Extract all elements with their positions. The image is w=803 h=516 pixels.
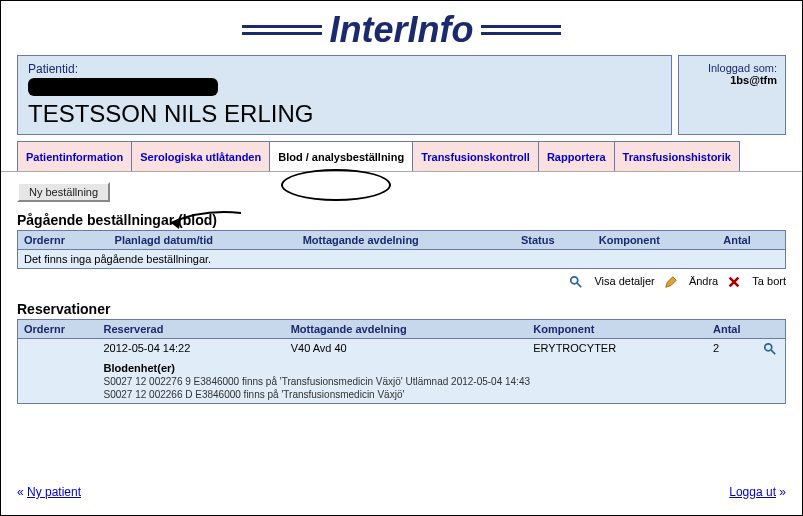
- new-order-button[interactable]: Ny beställning: [17, 182, 110, 202]
- svg-point-0: [571, 277, 578, 284]
- cell-dept: V40 Avd 40: [285, 339, 528, 360]
- action-details[interactable]: Visa detaljer: [594, 275, 654, 287]
- units-header: Blodenhet(er): [104, 362, 780, 374]
- cell-reserved: 2012-05-04 14:22: [98, 339, 285, 360]
- unit-line-1: S0027 12 002266 D E3846000 finns på 'Tra…: [104, 387, 780, 400]
- magnifier-icon: [569, 275, 583, 289]
- reservation-row: 2012-05-04 14:22 V40 Avd 40 ERYTROCYTER …: [18, 339, 786, 360]
- magnifier-icon: [763, 342, 777, 356]
- login-label: Inloggad som:: [687, 62, 777, 74]
- new-patient-link[interactable]: Ny patient: [27, 485, 81, 499]
- pencil-icon: [664, 275, 678, 289]
- col-reserved: Reserverad: [98, 320, 285, 339]
- logo-bar-left: [242, 23, 322, 37]
- action-edit[interactable]: Ändra: [689, 275, 718, 287]
- login-panel: Inloggad som: 1bs@tfm: [678, 55, 786, 135]
- svg-line-6: [771, 350, 775, 354]
- reservations-heading: Reservationer: [1, 295, 802, 319]
- cell-qty: 2: [707, 339, 757, 360]
- col-component: Komponent: [593, 231, 718, 250]
- logo-bar-right: [481, 23, 561, 37]
- cell-component: ERYTROCYTER: [527, 339, 707, 360]
- col-qty: Antal: [717, 231, 785, 250]
- tab-report[interactable]: Rapportera: [539, 141, 615, 171]
- col-dept: Mottagande avdelning: [297, 231, 515, 250]
- cell-action[interactable]: [757, 339, 786, 360]
- patient-id-label: Patientid:: [28, 62, 661, 76]
- logout-link[interactable]: Logga ut: [729, 485, 776, 499]
- patient-id-redacted: [28, 78, 218, 96]
- svg-marker-2: [666, 277, 677, 288]
- svg-line-1: [577, 283, 581, 287]
- tab-patientinfo[interactable]: Patientinformation: [17, 141, 132, 171]
- svg-point-5: [765, 344, 772, 351]
- orders-empty-text: Det finns inga pågående beställningar.: [18, 250, 786, 269]
- col-planned: Planlagd datum/tid: [109, 231, 297, 250]
- col-qty: Antal: [707, 320, 757, 339]
- reservations-table: Ordernr Reserverad Mottagande avdelning …: [17, 319, 786, 404]
- col-ordernr: Ordernr: [18, 320, 98, 339]
- tab-transfusion-history[interactable]: Transfusionshistorik: [615, 141, 740, 171]
- patient-panel: Patientid: TESTSSON NILS ERLING: [17, 55, 672, 135]
- col-ordernr: Ordernr: [18, 231, 109, 250]
- col-component: Komponent: [527, 320, 707, 339]
- tab-bar: Patientinformation Serologiska utlåtande…: [1, 141, 802, 172]
- delete-icon: [727, 275, 741, 289]
- app-logo: InterInfo: [1, 1, 802, 55]
- tab-blood-order[interactable]: Blod / analysbeställning: [270, 141, 413, 171]
- orders-table: Ordernr Planlagd datum/tid Mottagande av…: [17, 230, 786, 269]
- col-dept: Mottagande avdelning: [285, 320, 528, 339]
- patient-name: TESTSSON NILS ERLING: [28, 100, 661, 128]
- tab-serology[interactable]: Serologiska utlåtanden: [132, 141, 270, 171]
- col-status: Status: [515, 231, 593, 250]
- order-actions: Visa detaljer Ändra Ta bort: [1, 273, 802, 295]
- tab-transfusion-control[interactable]: Transfusionskontroll: [413, 141, 539, 171]
- orders-empty-row: Det finns inga pågående beställningar.: [18, 250, 786, 269]
- login-user: 1bs@tfm: [687, 74, 777, 86]
- app-title: InterInfo: [330, 9, 474, 51]
- cell-ordernr: [18, 339, 98, 360]
- footer: « Ny patient Logga ut »: [1, 479, 802, 505]
- orders-heading: Pågående beställningar (blod): [1, 206, 802, 230]
- unit-line-0: S0027 12 002276 9 E3846000 finns på 'Tra…: [104, 374, 780, 387]
- action-delete[interactable]: Ta bort: [752, 275, 786, 287]
- reservation-units-row: Blodenhet(er) S0027 12 002276 9 E3846000…: [18, 359, 786, 404]
